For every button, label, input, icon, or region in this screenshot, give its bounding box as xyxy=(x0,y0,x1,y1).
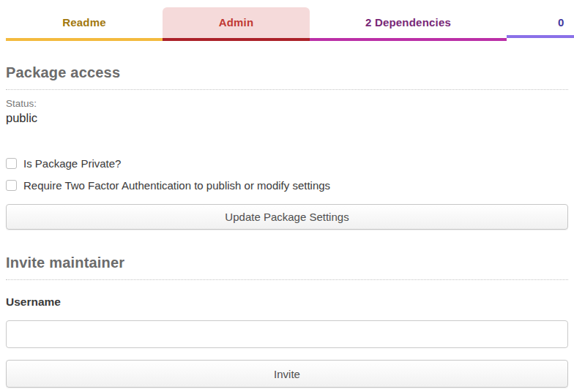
tab-list: Readme Admin 2 Dependencies 0 xyxy=(6,7,574,41)
tab-dependents-count[interactable]: 0 xyxy=(507,7,574,38)
require-2fa-label: Require Two Factor Authentication to pub… xyxy=(23,179,330,192)
tab-admin[interactable]: Admin xyxy=(163,7,310,41)
username-label: Username xyxy=(6,295,568,309)
checkbox-row-require-2fa[interactable]: Require Two Factor Authentication to pub… xyxy=(6,179,568,192)
tab-bar: Readme Admin 2 Dependencies 0 xyxy=(0,0,574,41)
package-settings-form: Is Package Private? Require Two Factor A… xyxy=(6,157,568,230)
package-access-title: Package access xyxy=(6,64,568,81)
username-input[interactable] xyxy=(6,320,568,348)
tab-dependencies[interactable]: 2 Dependencies xyxy=(310,7,507,41)
is-package-private-checkbox[interactable] xyxy=(6,158,17,169)
dotted-divider xyxy=(6,89,568,90)
invite-maintainer-title: Invite maintainer xyxy=(6,255,568,271)
update-package-settings-button[interactable]: Update Package Settings xyxy=(6,204,568,230)
require-2fa-checkbox[interactable] xyxy=(6,180,17,191)
checkbox-row-is-private[interactable]: Is Package Private? xyxy=(6,157,568,170)
tab-readme[interactable]: Readme xyxy=(6,7,163,41)
admin-panel: Package access Status: public Is Package… xyxy=(0,64,574,388)
status-label: Status: xyxy=(6,98,568,109)
dotted-divider xyxy=(6,279,568,280)
invite-button[interactable]: Invite xyxy=(6,360,568,388)
is-package-private-label: Is Package Private? xyxy=(23,157,121,170)
status-value: public xyxy=(6,111,568,125)
